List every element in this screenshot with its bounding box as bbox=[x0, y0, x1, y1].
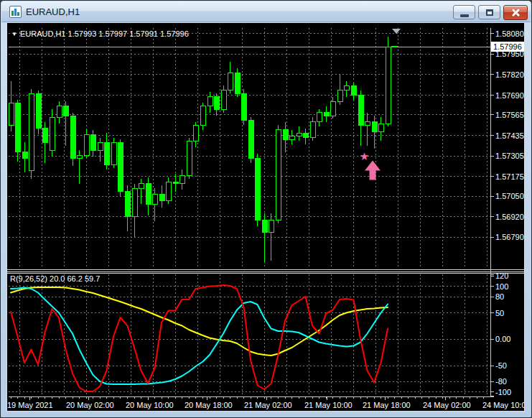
indicator-axis-label: 0.00 bbox=[495, 335, 510, 343]
indicator-axis-label: -100 bbox=[495, 388, 511, 396]
chart-canvas[interactable]: ★1.580801.579501.578201.576901.575651.57… bbox=[7, 23, 524, 411]
current-price-tag: 1.57996 bbox=[491, 42, 524, 52]
chart-window: EURAUD,H1 ★1.580801.579501.578201.576901… bbox=[0, 0, 532, 418]
grid-layer bbox=[9, 28, 490, 396]
chart-menu-arrow-icon[interactable]: ▼ bbox=[11, 31, 17, 37]
time-axis-label: 20 May 10:00 bbox=[126, 401, 174, 409]
oscillator-line-yellow bbox=[11, 287, 388, 356]
window-titlebar[interactable]: EURAUD,H1 bbox=[1, 1, 531, 22]
close-button[interactable] bbox=[503, 5, 528, 20]
indicator-axis-label: -80 bbox=[495, 377, 507, 386]
price-axis-label: 1.57050 bbox=[495, 192, 524, 200]
indicator-axis-label: 80 bbox=[495, 292, 504, 301]
window-controls bbox=[453, 5, 528, 20]
price-axis-label: 1.57820 bbox=[495, 70, 524, 79]
chart-shift-marker bbox=[392, 29, 401, 34]
price-axis-label: 1.56920 bbox=[495, 213, 524, 221]
candles-layer bbox=[9, 37, 398, 262]
chart-ohlc-text: EURAUD,H1 1.57993 1.57997 1.57991 1.5799… bbox=[20, 29, 189, 38]
price-axis-label: 1.57175 bbox=[495, 172, 524, 181]
price-axis-label: 1.57435 bbox=[495, 131, 524, 140]
minimize-icon bbox=[460, 14, 469, 17]
price-axis-label: 1.57690 bbox=[495, 91, 524, 100]
time-axis-label: 21 May 10:00 bbox=[304, 401, 353, 409]
indicator-axis-label: -50 bbox=[495, 361, 507, 370]
minimize-button[interactable] bbox=[453, 5, 475, 19]
window-title: EURAUD,H1 bbox=[26, 6, 80, 17]
signal-marker: ★ bbox=[360, 150, 381, 180]
indicator-axis-label: 120 bbox=[495, 271, 508, 280]
screenshot: EURAUD,H1 ★1.580801.579501.578201.576901… bbox=[0, 0, 532, 418]
price-axis-label: 1.57305 bbox=[495, 152, 524, 160]
svg-text:1.57996: 1.57996 bbox=[493, 42, 522, 51]
chart-client-area: ★1.580801.579501.578201.576901.575651.57… bbox=[6, 22, 525, 412]
restore-button[interactable] bbox=[478, 5, 500, 19]
chart-icon bbox=[9, 6, 22, 18]
pane-separator bbox=[7, 270, 524, 274]
indicator-label: R(9,26,52) 20.0 66.2 59.7 bbox=[10, 274, 100, 283]
restore-icon bbox=[486, 9, 493, 16]
signal-arrow-icon bbox=[365, 161, 381, 180]
time-axis: 19 May 202120 May 02:0020 May 10:0020 Ma… bbox=[7, 396, 524, 409]
time-axis-label: 20 May 18:00 bbox=[185, 401, 233, 409]
indicator-axis-label: 100 bbox=[495, 282, 508, 291]
price-axis-label: 1.57565 bbox=[495, 111, 524, 119]
time-axis-label: 20 May 02:00 bbox=[66, 401, 114, 409]
indicator-axis: 12010080500.00-50-80-100 bbox=[490, 271, 511, 396]
price-axis-label: 1.58080 bbox=[495, 29, 524, 38]
time-axis-label: 24 May 02:00 bbox=[423, 401, 471, 409]
chart-ohlc-label: ▼EURAUD,H1 1.57993 1.57997 1.57991 1.579… bbox=[11, 29, 189, 38]
time-axis-label: 21 May 02:00 bbox=[244, 401, 292, 409]
price-axis-label: 1.56790 bbox=[495, 233, 524, 241]
indicator-axis-label: 50 bbox=[495, 309, 504, 317]
signal-star-icon: ★ bbox=[360, 150, 369, 162]
time-axis-label: 21 May 18:00 bbox=[363, 401, 411, 409]
time-axis-label: 24 May 10:00 bbox=[482, 401, 524, 409]
time-axis-label: 19 May 2021 bbox=[7, 401, 53, 409]
